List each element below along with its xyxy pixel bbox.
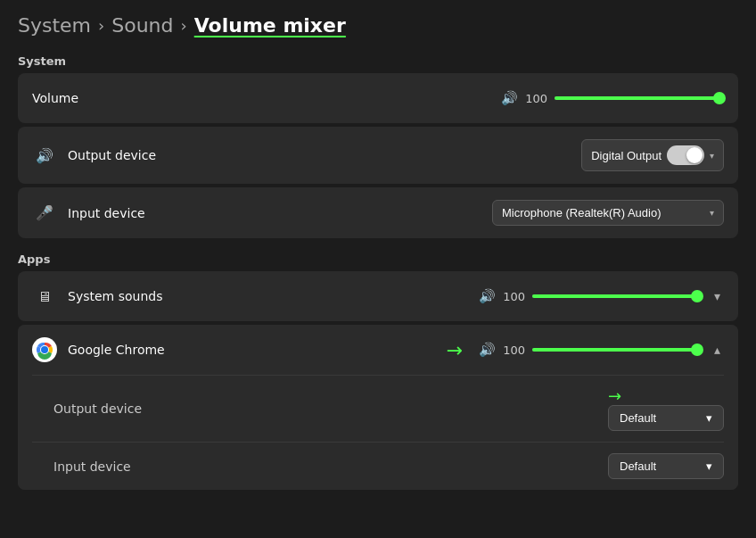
output-device-card: 🔊 Output device Digital Output ▾ — [18, 127, 738, 184]
breadcrumb-sound[interactable]: Sound — [111, 14, 173, 37]
system-sounds-slider-fill — [532, 294, 694, 298]
chrome-slider-track[interactable] — [532, 348, 702, 352]
output-device-value: Digital Output — [591, 149, 662, 162]
volume-slider-area: 🔊 100 — [501, 90, 724, 106]
chrome-app-icon — [32, 337, 57, 362]
input-device-icon: 🎤 — [32, 204, 57, 221]
input-device-controls: Microphone (Realtek(R) Audio) ▾ — [492, 200, 724, 226]
system-sounds-vol-value: 100 — [503, 290, 525, 303]
volume-value: 100 — [525, 92, 547, 105]
section-apps: Apps — [18, 252, 738, 266]
breadcrumb-sep-2: › — [181, 16, 187, 35]
system-sounds-slider-thumb — [691, 290, 703, 302]
volume-slider-track[interactable] — [555, 96, 724, 100]
system-sounds-slider-area: 🔊 100 — [479, 288, 702, 304]
chrome-collapse-btn[interactable]: ▴ — [711, 339, 724, 360]
input-device-chevron: ▾ — [710, 208, 714, 218]
system-sounds-row: 🖥 System sounds 🔊 100 ▾ — [18, 271, 738, 321]
chrome-slider-thumb — [691, 343, 703, 356]
breadcrumb: System › Sound › Volume mixer — [18, 14, 738, 37]
output-device-row: 🔊 Output device Digital Output ▾ — [18, 127, 738, 184]
breadcrumb-active: Volume mixer — [194, 14, 346, 37]
output-device-toggle-knob — [686, 147, 703, 163]
chrome-input-controls: Default ▾ — [608, 453, 724, 479]
system-sounds-card: 🖥 System sounds 🔊 100 ▾ — [18, 271, 738, 321]
chrome-icon-svg — [32, 337, 57, 362]
chrome-controls: → 🔊 100 ▴ — [447, 339, 724, 361]
chrome-input-dropdown[interactable]: Default ▾ — [608, 453, 724, 479]
chrome-vol-value: 100 — [503, 343, 525, 357]
input-device-label: Input device — [68, 206, 492, 220]
chrome-output-controls: → Default ▾ — [608, 386, 724, 431]
chrome-output-value: Default — [620, 411, 656, 425]
chrome-output-chevron: ▾ — [706, 411, 712, 425]
output-device-label: Output device — [68, 148, 581, 162]
chrome-input-value: Default — [620, 459, 656, 473]
chrome-input-chevron: ▾ — [706, 459, 712, 473]
system-sounds-vol-icon: 🔊 — [479, 288, 496, 304]
volume-slider-thumb — [713, 92, 726, 104]
section-system: System — [18, 54, 738, 68]
google-chrome-section: Google Chrome → 🔊 100 ▴ Output device — [18, 325, 738, 490]
volume-controls: 🔊 100 — [501, 90, 724, 106]
chrome-output-label: Output device — [53, 401, 608, 416]
volume-row: Volume 🔊 100 — [18, 73, 738, 123]
input-device-card: 🎤 Input device Microphone (Realtek(R) Au… — [18, 187, 738, 238]
volume-slider-fill — [555, 96, 716, 100]
system-sounds-label: System sounds — [68, 289, 479, 303]
chrome-slider-fill — [532, 348, 694, 352]
breadcrumb-system[interactable]: System — [18, 14, 91, 37]
breadcrumb-sep-1: › — [98, 16, 104, 35]
input-device-value: Microphone (Realtek(R) Audio) — [502, 206, 661, 219]
system-sounds-icon: 🖥 — [32, 288, 57, 305]
chrome-vol-icon: 🔊 — [479, 342, 496, 358]
chrome-output-dropdown[interactable]: Default ▾ — [608, 405, 724, 431]
google-chrome-row: Google Chrome → 🔊 100 ▴ — [18, 325, 738, 375]
chrome-label: Google Chrome — [68, 343, 447, 357]
output-device-dropdown[interactable]: Digital Output ▾ — [581, 139, 724, 171]
output-device-chevron: ▾ — [710, 151, 714, 161]
volume-label: Volume — [32, 91, 501, 105]
chrome-input-sub-row: Input device Default ▾ — [18, 443, 738, 490]
system-sounds-controls: 🔊 100 ▾ — [479, 286, 724, 307]
chrome-input-label: Input device — [53, 459, 608, 474]
page-container: System › Sound › Volume mixer System Vol… — [0, 0, 756, 508]
system-sounds-slider-track[interactable] — [532, 294, 702, 298]
chrome-slider-area: 🔊 100 — [479, 342, 702, 358]
output-device-toggle[interactable] — [667, 145, 704, 165]
chrome-arrow-annotation: → — [447, 339, 463, 361]
volume-card: Volume 🔊 100 — [18, 73, 738, 123]
input-device-dropdown[interactable]: Microphone (Realtek(R) Audio) ▾ — [492, 200, 724, 226]
input-device-row: 🎤 Input device Microphone (Realtek(R) Au… — [18, 187, 738, 238]
output-device-icon: 🔊 — [32, 147, 57, 164]
chrome-output-sub-row: Output device → Default ▾ — [18, 376, 738, 442]
volume-speaker-icon: 🔊 — [501, 90, 518, 106]
svg-point-2 — [41, 346, 48, 353]
chrome-output-arrow: → — [608, 386, 621, 405]
system-sounds-expand-btn[interactable]: ▾ — [711, 286, 724, 307]
output-device-controls: Digital Output ▾ — [581, 139, 724, 171]
